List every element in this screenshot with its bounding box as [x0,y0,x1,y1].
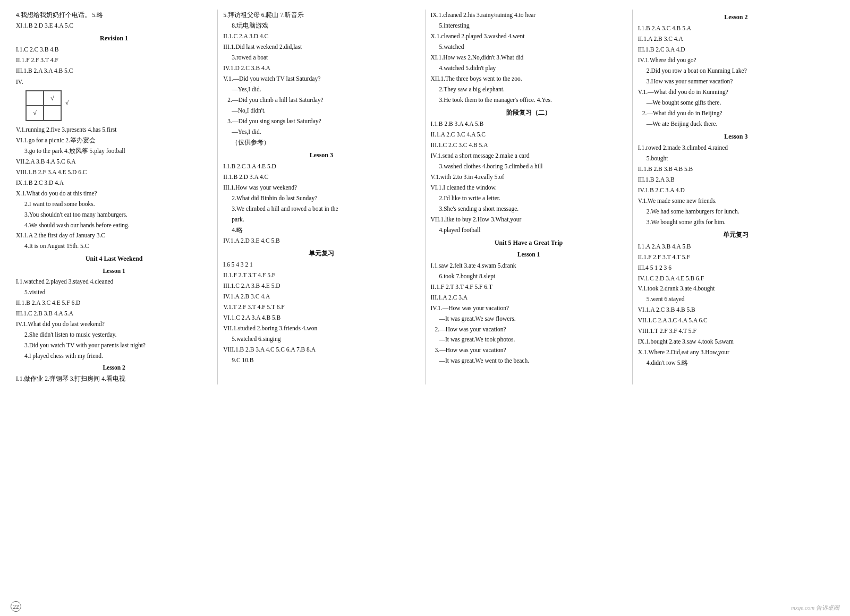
column-1: 4.我想给我奶奶打个电话。 5.略 XI.1.B 2.D 3.E 4.A 5.C… [11,10,218,384]
line: 5.went 6.stayed [638,294,834,304]
line: IX.1.B 2.C 3.D 4.A [16,178,212,188]
line: —It was great.We took photos. [431,335,627,345]
line: II.1.F 2.F 3.T 4.T 5.F [638,252,834,262]
iv-label: IV. [16,77,212,88]
line: VIII.1.T 2.F 3.F 4.T 5.F [638,326,834,336]
danjianfuxi-col2: 单元复习 [223,248,419,259]
line: III.4 5 1 2 3 6 [638,263,834,273]
line: IV.1.D 2.C 3.B 4.A [223,63,419,73]
line: 5.visited [16,287,212,297]
line: II.1.B 2.B 3.B 4.B 5.B [638,164,834,174]
lesson1-title: Lesson 1 [16,266,212,277]
line: 5.watched 6.singing [223,334,419,344]
line: V.1.running 2.five 3.presents 4.has 5.fi… [16,125,212,135]
line: VII.1.like to buy 2.How 3.What,your [431,215,627,225]
line: 3.How was your summer vacation? [638,76,834,87]
line: —Yes,I did. [223,127,419,137]
line: V.1.took 2.drank 3.ate 4.bought [638,284,834,294]
line: 3.He took them to the manager's office. … [431,95,627,105]
line: VI.1.C 2.A 3.A 4.B 5.B [223,313,419,323]
line: VII.1.studied 2.boring 3.friends 4.won [223,323,419,333]
line: 3.You shouldn't eat too many hamburgers. [16,210,212,220]
line: IV.1.Where did you go? [638,55,834,65]
page-container: 4.我想给我奶奶打个电话。 5.略 XI.1.B 2.D 3.E 4.A 5.C… [0,0,850,616]
line: II.1.A 2.B 3.C 4.A [638,34,834,44]
line: 3.Did you watch TV with your parents las… [16,340,212,350]
line: III.1.C 2.A 3.B 4.E 5.D [223,281,419,291]
line: I.6 5 4 3 2 1 [223,260,419,270]
line: —We bought some gifts there. [638,98,834,108]
grid-cell-tr: √ [44,91,61,106]
line: VI.1.A 2.C 3.B 4.B 5.B [638,305,834,315]
line: 5.watched [431,42,627,52]
line: XI.1.How was 2.No,didn't 3.What did [431,53,627,63]
jiedulianxi-title: 阶段复习（二） [431,107,627,118]
line: X.1.cleaned 2.played 3.washed 4.went [431,31,627,41]
line: 3.We bought some gifts for him. [638,217,834,227]
column-3: IX.1.cleaned 2.his 3.rainy/raining 4.to … [426,10,633,384]
line: III.1.B 2.A 3.B [638,175,834,185]
line: IV.1.A 2.D 3.E 4.C 5.B [223,236,419,246]
line: 4.didn't row 5.略 [638,358,834,368]
line: 4.略 [223,225,419,235]
line: —No,I didn't. [223,106,419,116]
line: 4.watched 5.didn't play [431,63,627,73]
line: 3.We climbed a hill and rowed a boat in … [223,204,419,214]
line: I.1.A 2.A 3.B 4.A 5.B [638,242,834,252]
grid-cell-br [44,106,61,121]
line: II.1.F 2.F 3.T 4.F [16,55,212,65]
line: II.1.B 2.D 3.A 4.C [223,172,419,182]
line: I.1.rowed 2.made 3.climbed 4.rained [638,143,834,153]
lesson2-title-col1: Lesson 2 [16,363,212,373]
line: IX.1.cleaned 2.his 3.rainy/raining 4.to … [431,10,627,20]
line: I.1.saw 2.felt 3.ate 4.swam 5.drank [431,261,627,271]
line: III.1.A 2.C 3.A [431,293,627,303]
lesson2-col4-title: Lesson 2 [638,12,834,22]
line: XII.1.The three boys went to the zoo. [431,74,627,84]
line: 2.I want to read some books. [16,199,212,209]
line: II.1.A 2.C 3.C 4.A 5.C [431,130,627,140]
line: IV.1.B 2.C 3.A 4.D [638,185,834,195]
grid-cell-tl [26,91,44,106]
watermark: mxqe.com 告诉桌圈 [791,604,839,612]
line: 3.She's sending a short message. [431,204,627,214]
line: 5.bought [638,153,834,164]
unit5-lesson1-title: Lesson 1 [431,250,627,260]
line: I.1.C 2.C 3.B 4.B [16,45,212,55]
line: VI.1.I cleaned the window. [431,183,627,193]
line: II.1.B 2.A 3.C 4.E 5.F 6.D [16,298,212,308]
line: IV.1.C 2.D 3.A 4.E 5.B 6.F [638,273,834,284]
line: VII.2.A 3.B 4.A 5.C 6.A [16,157,212,167]
line: 2.—How was your vacation? [431,324,627,335]
line: IV.1.A 2.B 3.C 4.A [223,292,419,302]
line: 2.They saw a big elephant. [431,84,627,95]
line: —It was great.We went to the beach. [431,356,627,366]
line: VIII.1.B 2.F 3.A 4.E 5.D 6.C [16,167,212,177]
unit5-title: Unit 5 Have a Great Trip [431,237,627,248]
line: I.1.B 2.A 3.C 4.B 5.A [638,23,834,33]
line: 3.—Did you sing songs last Saturday? [223,116,419,126]
lesson3-col4-title: Lesson 3 [638,131,834,142]
line: 6.took 7.bought 8.slept [431,271,627,281]
line: IV.1.—How was your vacation? [431,303,627,313]
line: 4.played football [431,225,627,235]
columns-wrapper: 4.我想给我奶奶打个电话。 5.略 XI.1.B 2.D 3.E 4.A 5.C… [11,10,839,384]
line: 5.拜访祖父母 6.爬山 7.听音乐 [223,10,419,20]
line: V.1.—What did you do in Kunming? [638,87,834,97]
page-number: 22 [11,601,21,612]
line: —Yes,I did. [223,84,419,95]
answer-grid: √ √ [26,90,62,121]
line: IX.1.bought 2.ate 3.saw 4.took 5.swam [638,337,834,347]
line: 9.C 10.B [223,355,419,365]
line: VII.1.C 2.A 3.C 4.A 5.A 6.C [638,315,834,326]
column-4: Lesson 2 I.1.B 2.A 3.C 4.B 5.A II.1.A 2.… [633,10,839,384]
line: 3.—How was your vacation? [431,345,627,355]
line: VI.1.go for a picnic 2.举办宴会 [16,135,212,146]
unit4-title: Unit 4 Last Weekend [16,253,212,264]
line: —We ate Beijing duck there. [638,119,834,129]
line: II.1.F 2.T 3.T 4.F 5.F 6.T [431,282,627,292]
line: 3.rowed a boat [223,53,419,63]
line: 2.We had some hamburgers for lunch. [638,207,834,217]
line: V.1.We made some new friends. [638,196,834,206]
line: III.1.How was your weekend? [223,183,419,193]
